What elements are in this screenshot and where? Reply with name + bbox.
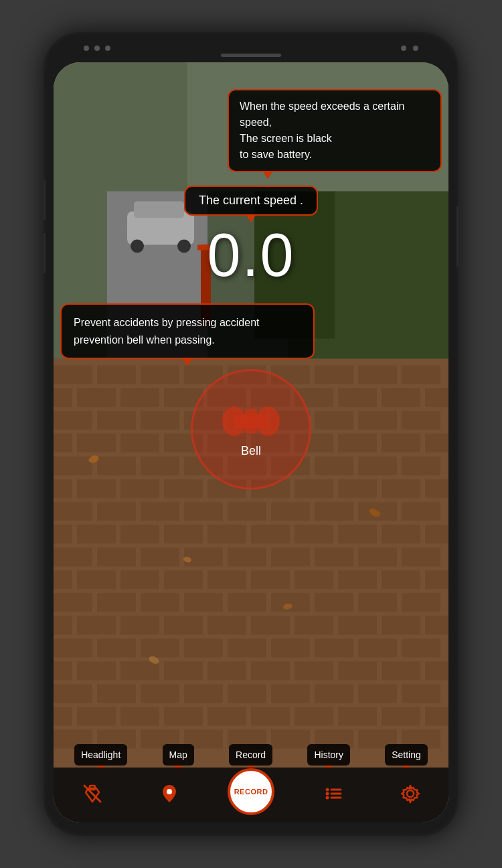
svg-point-189 xyxy=(325,792,329,795)
toolbar-setting-label: Setting xyxy=(392,749,421,760)
nav-settings[interactable] xyxy=(392,783,428,804)
speed-warning-text: When the speed exceeds a certain speed, … xyxy=(240,100,404,160)
svg-point-193 xyxy=(407,790,414,797)
volume-down-button[interactable] xyxy=(44,233,46,273)
speed-value: 0.0 xyxy=(207,221,295,290)
screen: When the speed exceeds a certain speed, … xyxy=(54,62,448,822)
toolbar-record-label: Record xyxy=(236,749,266,760)
nav-flashlight[interactable] xyxy=(74,783,110,804)
bottom-toolbar: Headlight Map Record History Setting xyxy=(54,744,448,766)
svg-point-187 xyxy=(325,788,329,791)
top-dots-left xyxy=(84,46,110,51)
dot-3 xyxy=(105,46,110,51)
toolbar-headlight-btn[interactable]: Headlight xyxy=(74,744,127,766)
record-center-label: RECORD xyxy=(234,788,268,796)
power-button[interactable] xyxy=(456,206,458,267)
toolbar-record-btn[interactable]: Record xyxy=(229,744,272,766)
toolbar-map-label: Map xyxy=(169,749,187,760)
nav-menu-list[interactable] xyxy=(315,783,351,804)
toolbar-map-btn[interactable]: Map xyxy=(163,744,194,766)
gear-icon xyxy=(400,783,421,804)
record-center-button[interactable]: RECORD xyxy=(228,768,274,815)
flashlight-off-icon xyxy=(82,783,103,804)
notch xyxy=(221,54,281,57)
current-speed-tooltip: The current speed . xyxy=(184,186,318,216)
location-pin-icon xyxy=(159,783,180,804)
bell-icon xyxy=(221,401,281,441)
accident-prevention-text: Prevent accidents by pressing accident p… xyxy=(74,317,259,346)
accident-prevention-tooltip: Prevent accidents by pressing accident p… xyxy=(60,303,315,359)
toolbar-history-btn[interactable]: History xyxy=(307,744,350,766)
dot-2 xyxy=(94,46,100,51)
dot-5 xyxy=(413,46,418,51)
bottom-nav: RECORD xyxy=(54,768,448,822)
dot-1 xyxy=(84,46,89,51)
toolbar-setting-btn[interactable]: Setting xyxy=(385,744,428,766)
list-icon xyxy=(323,783,344,804)
bell-label-text: Bell xyxy=(241,444,261,458)
phone-top-bar xyxy=(44,42,458,55)
toolbar-headlight-label: Headlight xyxy=(81,749,120,760)
current-speed-text: The current speed . xyxy=(199,194,303,207)
svg-rect-183 xyxy=(245,409,257,433)
bell-button[interactable]: Bell xyxy=(191,369,311,490)
top-dots-right xyxy=(401,46,418,51)
svg-point-191 xyxy=(325,796,329,799)
volume-up-button[interactable] xyxy=(44,179,46,220)
nav-location[interactable] xyxy=(151,783,187,804)
toolbar-history-label: History xyxy=(314,749,343,760)
speed-warning-tooltip: When the speed exceeds a certain speed, … xyxy=(228,89,442,172)
dot-4 xyxy=(401,46,406,51)
svg-point-186 xyxy=(167,789,172,794)
screen-content: When the speed exceeds a certain speed, … xyxy=(54,62,448,822)
phone-frame: When the speed exceeds a certain speed, … xyxy=(44,32,458,836)
bell-container: Bell xyxy=(191,369,311,490)
